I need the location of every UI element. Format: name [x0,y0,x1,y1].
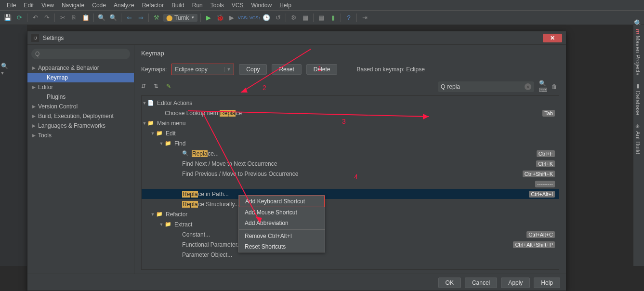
tree-row[interactable]: Find Previous / Move to Previous Occurre… [142,169,559,179]
copy-button[interactable]: Copy [239,64,267,75]
sidebar-item[interactable]: ▶Build, Execution, Deployment [27,111,134,121]
menu-vcs[interactable]: VCS [228,2,248,9]
help-icon[interactable]: ? [344,13,354,23]
extra-icon[interactable]: ⇥ [360,13,369,23]
reset-button[interactable]: Reset [272,64,301,75]
revert-icon[interactable]: ↺ [273,13,283,23]
sidebar-search[interactable]: Q [31,49,130,59]
close-button[interactable]: ✕ [543,34,562,42]
dialog-title: Settings [43,35,543,41]
search-value: repla [447,83,460,90]
sidebar-item[interactable]: ▶Editor [27,82,134,92]
settings-icon[interactable]: ⚙ [289,13,299,23]
expand-icon[interactable]: ⇵ [141,83,149,91]
sidebar-item[interactable]: Keymap [27,73,134,82]
find-icon[interactable]: 🔍 [97,13,106,23]
delete-button[interactable]: Delete [306,64,338,75]
tab-maven[interactable]: m Maven Projects [633,25,642,79]
tree-row[interactable]: Find Next / Move to Next OccurrenceCtrl+… [142,159,559,169]
page-heading: Keymap [134,45,566,61]
tree-row[interactable]: Replace Structurally... [142,199,559,209]
trash-icon[interactable]: 🗑 [552,83,559,90]
keymap-tree[interactable]: ▼📄Editor ActionsChoose Lookup Item Repla… [141,95,559,270]
sidebar-item[interactable]: ▶Languages & Frameworks [27,121,134,131]
ctx-add-abbrev[interactable]: Add Abbreviation [239,218,325,228]
paste-icon[interactable]: 📋 [81,13,91,23]
edit-icon[interactable]: ✎ [166,83,174,91]
side-search-icon[interactable]: 🔍▾ [1,63,11,72]
tree-row[interactable]: Choose Lookup Item ReplaceTab [142,108,559,118]
context-menu: Add Keyboard Shortcut Add Mouse Shortcut… [238,195,325,252]
sidebar-item[interactable]: Plugins [27,92,134,102]
sidebar-item[interactable]: ▶Appearance & Behavior [27,63,134,73]
tree-row[interactable]: ▼📁Extract [142,219,559,229]
menu-analyze[interactable]: Analyze [110,2,138,9]
help-button[interactable]: Help [534,278,560,288]
tree-row[interactable]: Functional Parameter...Ctrl+Alt+Shift+P [142,239,559,250]
keymaps-combo[interactable]: Eclipse copy ▼ [171,64,234,75]
ctx-add-keyboard[interactable]: Add Keyboard Shortcut [239,196,325,207]
tree-row[interactable]: ▼📁Refactor [142,209,559,219]
run-icon[interactable]: ▶ [204,13,213,23]
menu-file[interactable]: File [3,2,20,9]
run-config-label: Turnk [174,14,189,21]
save-icon[interactable]: 💾 [3,13,13,23]
settings-sidebar: Q ▶Appearance & BehaviorKeymap▶EditorPlu… [27,45,134,274]
ctx-remove[interactable]: Remove Ctrl+Alt+I [239,231,325,241]
menu-edit[interactable]: Edit [20,2,38,9]
ok-button[interactable]: OK [438,278,461,288]
find-by-shortcut-icon[interactable]: 🔍⌨ [539,80,547,93]
tree-row[interactable]: ▼📁Main menu [142,118,559,128]
menu-refactor[interactable]: Refactor [138,2,168,9]
structure-icon[interactable]: ▦ [301,13,310,23]
forward-icon[interactable]: ⇒ [136,13,145,23]
cancel-button[interactable]: Cancel [465,278,497,288]
history-icon[interactable]: 🕒 [262,13,271,23]
tab-database[interactable]: ▮ Database [633,79,642,119]
main-toolbar: 💾 ⟳ ↶ ↷ ✂ ⎘ 📋 🔍 🔍 ⇐ ⇒ ⚒ ⬤Turnk▼ ▶ 🐞 ▶ VC… [0,11,644,25]
tree-row[interactable]: 🔍Replace...Ctrl+F [142,148,559,159]
action-search-input[interactable]: Q repla × [438,81,534,92]
tree-row[interactable]: ▼📄Editor Actions [142,98,559,108]
menu-tools[interactable]: Tools [207,2,228,9]
menu-run[interactable]: Run [188,2,207,9]
menu-window[interactable]: Window [247,2,276,9]
replace-icon[interactable]: 🔍 [108,13,118,23]
back-icon[interactable]: ⇐ [124,13,134,23]
menu-navigate[interactable]: Navigate [58,2,88,9]
redo-icon[interactable]: ↷ [42,13,52,23]
commit-icon[interactable]: VCS↑ [250,13,260,23]
update-icon[interactable]: VCS↓ [238,13,248,23]
cut-icon[interactable]: ✂ [58,13,67,23]
undo-icon[interactable]: ↶ [30,13,40,23]
build-icon[interactable]: ⚒ [152,13,161,23]
tree-row[interactable]: ▼📁Edit [142,128,559,138]
menu-build[interactable]: Build [168,2,188,9]
editor-gutter [0,25,27,266]
tree-row[interactable]: Replace in Path...Ctrl+Alt+I [142,189,559,199]
menu-help[interactable]: Help [276,2,295,9]
copy-icon[interactable]: ⎘ [69,13,79,23]
ctx-add-mouse[interactable]: Add Mouse Shortcut [239,207,325,218]
tree-row[interactable]: --------- [142,179,559,189]
right-tool-rail: m Maven Projects ▮ Database ✳ Ant Build [633,25,644,266]
clear-icon[interactable]: × [525,83,531,90]
debug-icon[interactable]: 🐞 [215,13,225,23]
coverage-icon[interactable]: ▶ [227,13,237,23]
android-icon[interactable]: ▮ [328,13,338,23]
sidebar-item[interactable]: ▶Tools [27,131,134,140]
menu-view[interactable]: View [38,2,58,9]
tree-row[interactable]: ▼📁Find [142,138,559,148]
sdk-icon[interactable]: ▤ [316,13,326,23]
sync-icon[interactable]: ⟳ [14,13,24,23]
tree-row[interactable]: Parameter Object... [142,250,559,260]
sidebar-item[interactable]: ▶Version Control [27,102,134,111]
menu-code[interactable]: Code [88,2,110,9]
run-config-selector[interactable]: ⬤Turnk▼ [163,14,197,22]
tab-ant[interactable]: ✳ Ant Build [633,119,642,158]
based-on-label: Based on keymap: Eclipse [356,66,424,73]
tree-row[interactable]: Constant...Ctrl+Alt+C [142,229,559,239]
ctx-reset[interactable]: Reset Shortcuts [239,241,325,252]
collapse-icon[interactable]: ⇅ [154,83,161,91]
apply-button[interactable]: Apply [501,278,530,288]
